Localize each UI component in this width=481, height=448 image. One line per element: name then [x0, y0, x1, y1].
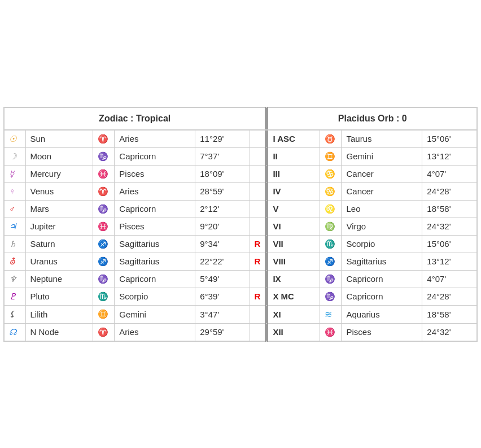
planet-sign-symbol: ♓ [93, 218, 115, 235]
house-number: I ASC [268, 130, 320, 148]
table-row: ♆Neptune♑Capricorn5°49'IX♑Capricorn4°07' [4, 270, 477, 288]
planet-sign-symbol: ♐ [93, 253, 115, 270]
planet-symbol: ♀ [4, 182, 25, 200]
planet-sign-symbol: ♑ [93, 200, 115, 218]
table-row: ☿Mercury♓Pisces18°09'III♋Cancer4°07' [4, 165, 477, 182]
planet-retro [250, 218, 265, 235]
house-sign-name: Capricorn [342, 270, 422, 288]
planet-name: Saturn [25, 235, 93, 253]
planet-degree: 22°22' [195, 253, 250, 270]
planet-symbol: ☉ [4, 130, 25, 148]
astrology-table: Zodiac : Tropical Placidus Orb : 0 ☉Sun♈… [3, 107, 478, 342]
house-degree: 15°06' [422, 235, 477, 253]
planet-name: Moon [25, 147, 93, 165]
planet-retro [250, 270, 265, 288]
house-number: IV [268, 182, 320, 200]
house-sign-symbol: ♉ [320, 130, 342, 148]
planet-degree: 6°39' [195, 288, 250, 305]
house-degree: 4°07' [422, 165, 477, 182]
right-header: Placidus Orb : 0 [268, 107, 477, 130]
planet-sign-name: Aries [115, 130, 195, 148]
table-row: ♀Venus♈Aries28°59'IV♋Cancer24°28' [4, 182, 477, 200]
house-sign-symbol: ♐ [320, 253, 342, 270]
table-row: ♂Mars♑Capricorn2°12'V♌Leo18°58' [4, 200, 477, 218]
house-degree: 24°32' [422, 323, 477, 341]
planet-symbol: ☿ [4, 165, 25, 182]
planet-name: Uranus [25, 253, 93, 270]
house-sign-symbol: ♓ [320, 323, 342, 341]
planet-retro: R [250, 235, 265, 253]
planet-name: Mercury [25, 165, 93, 182]
table-row: ☉Sun♈Aries11°29'I ASC♉Taurus15°06' [4, 130, 477, 148]
planet-sign-symbol: ♑ [93, 270, 115, 288]
planet-sign-name: Scorpio [115, 288, 195, 305]
house-degree: 24°32' [422, 218, 477, 235]
table-row: ☽Moon♑Capricorn7°37'II♊Gemini13°12' [4, 147, 477, 165]
planet-symbol: ⛢ [4, 253, 25, 270]
house-sign-name: Gemini [342, 147, 422, 165]
planet-symbol: ☽ [4, 147, 25, 165]
planet-sign-symbol: ♐ [93, 235, 115, 253]
planet-name: Pluto [25, 288, 93, 305]
house-sign-name: Capricorn [342, 288, 422, 305]
house-number: VIII [268, 253, 320, 270]
planet-degree: 5°49' [195, 270, 250, 288]
house-sign-symbol: ♋ [320, 165, 342, 182]
house-sign-name: Aquarius [342, 305, 422, 323]
planet-sign-name: Capricorn [115, 200, 195, 218]
planet-degree: 9°34' [195, 235, 250, 253]
planet-degree: 29°59' [195, 323, 250, 341]
table-row: ♇Pluto♏Scorpio6°39'RX MC♑Capricorn24°28' [4, 288, 477, 305]
planet-symbol: ♆ [4, 270, 25, 288]
house-degree: 13°12' [422, 253, 477, 270]
house-sign-symbol: ♋ [320, 182, 342, 200]
house-number: IX [268, 270, 320, 288]
planet-sign-symbol: ♊ [93, 305, 115, 323]
house-sign-symbol: ♏ [320, 235, 342, 253]
planet-retro [250, 147, 265, 165]
house-number: VII [268, 235, 320, 253]
planet-name: Mars [25, 200, 93, 218]
planet-retro: R [250, 288, 265, 305]
planet-sign-name: Pisces [115, 218, 195, 235]
planet-degree: 3°47' [195, 305, 250, 323]
table-row: ⚸Lilith♊Gemini3°47'XI≋Aquarius18°58' [4, 305, 477, 323]
house-degree: 18°58' [422, 305, 477, 323]
house-number: III [268, 165, 320, 182]
house-degree: 18°58' [422, 200, 477, 218]
planet-retro [250, 182, 265, 200]
planet-sign-name: Pisces [115, 165, 195, 182]
table-row: ☊N Node♈Aries29°59'XII♓Pisces24°32' [4, 323, 477, 341]
planet-retro: R [250, 253, 265, 270]
house-sign-symbol: ♑ [320, 288, 342, 305]
house-number: VI [268, 218, 320, 235]
planet-symbol: ♄ [4, 235, 25, 253]
planet-name: Venus [25, 182, 93, 200]
planet-sign-symbol: ♏ [93, 288, 115, 305]
planet-degree: 11°29' [195, 130, 250, 148]
house-sign-symbol: ♌ [320, 200, 342, 218]
planet-name: Lilith [25, 305, 93, 323]
planet-symbol: ♇ [4, 288, 25, 305]
house-sign-name: Scorpio [342, 235, 422, 253]
planet-sign-symbol: ♑ [93, 147, 115, 165]
house-sign-name: Cancer [342, 165, 422, 182]
house-sign-symbol: ♊ [320, 147, 342, 165]
planet-name: Sun [25, 130, 93, 148]
house-sign-name: Cancer [342, 182, 422, 200]
table-row: ⛢Uranus♐Sagittarius22°22'RVIII♐Sagittari… [4, 253, 477, 270]
planet-retro [250, 200, 265, 218]
house-number: XII [268, 323, 320, 341]
table-row: ♄Saturn♐Sagittarius9°34'RVII♏Scorpio15°0… [4, 235, 477, 253]
planet-symbol: ☊ [4, 323, 25, 341]
house-degree: 24°28' [422, 182, 477, 200]
planet-retro [250, 323, 265, 341]
planet-retro [250, 165, 265, 182]
house-degree: 15°06' [422, 130, 477, 148]
house-sign-name: Leo [342, 200, 422, 218]
house-number: X MC [268, 288, 320, 305]
table-row: ♃Jupiter♓Pisces9°20'VI♍Virgo24°32' [4, 218, 477, 235]
planet-degree: 9°20' [195, 218, 250, 235]
planet-name: N Node [25, 323, 93, 341]
house-sign-name: Virgo [342, 218, 422, 235]
